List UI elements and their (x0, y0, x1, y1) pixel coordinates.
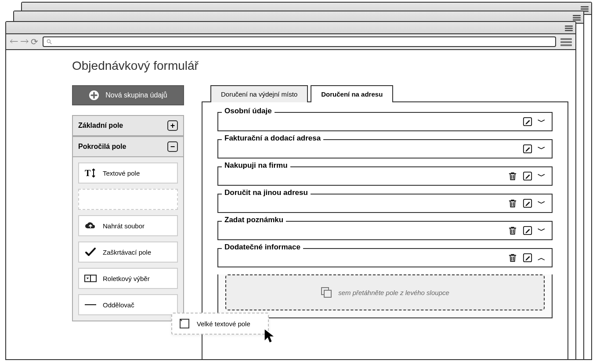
forward-icon[interactable]: 🡒 (20, 36, 29, 47)
text-height-icon: T (84, 168, 97, 178)
tab-label: Doručení na adresu (321, 90, 383, 98)
new-group-button[interactable]: Nová skupina údajů (72, 85, 184, 105)
form-group-legend: Dodatečné informace (222, 243, 303, 252)
browser-window: 🡐 🡒 ⟳ Objednávkový formulář (5, 21, 576, 360)
menu-icon[interactable] (560, 37, 572, 47)
form-group-legend: Zadat poznámku (222, 216, 286, 224)
sidebar-item-label: Nahrát soubor (103, 222, 145, 230)
edit-icon[interactable] (523, 226, 532, 235)
advanced-fields-label: Pokročilá pole (78, 143, 126, 151)
plus-circle-icon (89, 90, 99, 101)
trash-icon[interactable] (508, 226, 517, 235)
dropzone-hint: sem přetáhněte pole z levého sloupce (338, 289, 449, 296)
form-group-legend: Fakturační a dodací adresa (222, 134, 323, 143)
svg-text:T: T (85, 168, 91, 178)
form-group-legend: Doručit na jinou adresu (222, 188, 311, 197)
search-icon (46, 39, 52, 45)
edit-icon[interactable] (523, 171, 532, 181)
collapse-icon[interactable]: − (167, 141, 178, 152)
check-icon (84, 248, 97, 256)
tabs: Doručení na výdejní místo Doručení na ad… (210, 85, 568, 102)
chevron-down-icon[interactable]: ﹀ (538, 171, 546, 181)
form-group: Dodatečné informace︿sem přetáhněte pole … (217, 248, 553, 318)
new-group-label: Nová skupina údajů (105, 91, 167, 99)
form-group-legend: Osobní údaje (222, 107, 275, 115)
basic-fields-header[interactable]: Základní pole + (73, 116, 183, 136)
titlebar (6, 22, 575, 34)
form-group: Osobní údaje﹀ (217, 112, 553, 131)
chevron-up-icon[interactable]: ︿ (538, 252, 546, 263)
edit-icon[interactable] (523, 253, 532, 263)
tab-label: Doručení na výdejní místo (221, 90, 297, 98)
page-title: Objednávkový formulář (72, 59, 568, 73)
sidebar-item-label: Textové pole (103, 169, 140, 177)
form-group-legend: Nakupuji na firmu (222, 161, 290, 170)
address-bar[interactable] (43, 36, 556, 47)
reload-icon[interactable]: ⟳ (31, 36, 38, 47)
sidebar-item-label: Roletkový výběr (103, 275, 150, 282)
expand-icon[interactable]: + (167, 120, 178, 131)
divider-icon (84, 303, 97, 306)
form-group: Fakturační a dodací adresa﹀ (217, 139, 553, 159)
back-icon[interactable]: 🡐 (10, 36, 18, 47)
svg-line-1 (50, 43, 52, 44)
sidebar-item-label: Zaškrtávací pole (103, 249, 151, 256)
textarea-icon (178, 319, 191, 328)
tab-pickup[interactable]: Doručení na výdejní místo (210, 85, 308, 102)
form-group: Zadat poznámku﹀ (217, 221, 553, 240)
browser-toolbar: 🡐 🡒 ⟳ (6, 34, 575, 50)
advanced-fields-header[interactable]: Pokročilá pole − (73, 136, 183, 157)
edit-icon[interactable] (523, 144, 532, 154)
chevron-down-icon[interactable]: ﹀ (538, 225, 546, 236)
sidebar-item-placeholder (78, 189, 178, 210)
svg-point-0 (47, 40, 50, 43)
sidebar-item-dropdown[interactable]: Roletkový výběr (78, 268, 178, 289)
form-group: Doručit na jinou adresu﹀ (217, 194, 553, 213)
form-group: Nakupuji na firmu﹀ (217, 166, 553, 186)
edit-icon[interactable] (523, 117, 532, 126)
copy-icon (321, 287, 332, 298)
cloud-upload-icon (84, 221, 97, 230)
hamburger-icon (565, 25, 573, 32)
edit-icon[interactable] (523, 198, 532, 208)
basic-fields-label: Základní pole (78, 122, 123, 130)
advanced-fields-body: T Textové pole Nahrát soubor (73, 157, 183, 321)
dropdown-icon (84, 274, 97, 282)
chevron-down-icon[interactable]: ﹀ (538, 198, 546, 209)
dragging-label: Velké textové pole (197, 320, 250, 328)
drop-zone[interactable]: sem přetáhněte pole z levého sloupce (225, 274, 545, 310)
sidebar-item-text-field[interactable]: T Textové pole (78, 162, 178, 184)
hamburger-icon (573, 14, 581, 21)
chevron-down-icon[interactable]: ﹀ (538, 144, 546, 154)
trash-icon[interactable] (508, 253, 517, 263)
sidebar-panel: Základní pole + Pokročilá pole − T (72, 115, 184, 321)
sidebar-item-checkbox[interactable]: Zaškrtávací pole (78, 241, 178, 263)
sidebar-item-upload[interactable]: Nahrát soubor (78, 215, 178, 236)
dragging-field[interactable]: Velké textové pole (171, 313, 269, 335)
form-group-content: sem přetáhněte pole z levého sloupce (217, 274, 553, 318)
tab-address[interactable]: Doručení na adresu (311, 85, 393, 102)
svg-rect-14 (324, 290, 331, 297)
trash-icon[interactable] (508, 171, 517, 181)
chevron-down-icon[interactable]: ﹀ (538, 116, 546, 127)
trash-icon[interactable] (508, 198, 517, 208)
sidebar-item-divider[interactable]: Oddělovač (78, 294, 178, 315)
sidebar-item-label: Oddělovač (103, 301, 134, 309)
sidebar: Nová skupina údajů Základní pole + Pokro… (72, 85, 184, 321)
